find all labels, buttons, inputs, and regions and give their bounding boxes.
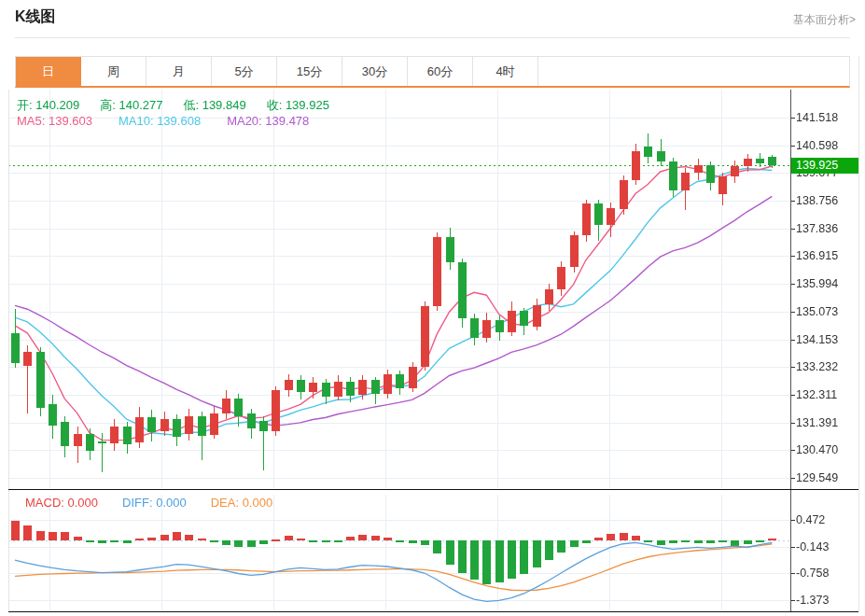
ohlc-legend: 开: 140.209高: 140.277低: 139.849收: 139.925 (17, 97, 350, 114)
ma-legend-item-1: MA10: 139.608 (119, 114, 201, 128)
price-tick-13: 129.549 (796, 471, 838, 484)
price-tick-12: 130.470 (796, 443, 838, 456)
page-title: K线图 (15, 7, 56, 27)
header-divider (15, 37, 850, 38)
price-tick-9: 133.232 (796, 360, 838, 373)
tab-period-7[interactable]: 4时 (473, 57, 538, 86)
price-tick-11: 131.391 (796, 416, 838, 429)
price-tick-10: 132.311 (796, 388, 837, 401)
macd-tick-1: -0.143 (796, 540, 829, 553)
ohlc-legend-item-3: 收: 139.925 (267, 97, 329, 114)
tab-period-0[interactable]: 日 (16, 57, 81, 86)
main-pane-bottom-axis (8, 489, 858, 490)
ma-legend: MA5: 139.603MA10: 139.608MA20: 139.478 (17, 114, 335, 128)
macd-tick-0: 0.472 (796, 513, 825, 526)
price-tick-4: 137.836 (796, 222, 838, 235)
macd-pane-bottom-axis (8, 611, 858, 612)
price-tick-6: 135.994 (796, 277, 838, 290)
price-tick-5: 136.915 (796, 249, 838, 262)
chart-left-border (8, 90, 9, 611)
tab-period-5[interactable]: 30分 (342, 57, 408, 86)
tab-period-6[interactable]: 60分 (408, 57, 473, 86)
macd-legend-item-1: DIFF: 0.000 (122, 496, 187, 510)
tab-period-1[interactable]: 周 (81, 57, 146, 86)
macd-tick-3: -1.373 (796, 594, 829, 607)
chart-right-border (858, 56, 859, 611)
period-tab-bar: 日周月5分15分30分60分4时 (15, 56, 850, 88)
kline-chart-page: K线图 基本面分析> 日周月5分15分30分60分4时 开: 140.209高:… (0, 0, 865, 616)
tab-bar-filler (538, 57, 849, 86)
macd-legend-item-2: DEA: 0.000 (211, 496, 273, 510)
ohlc-legend-item-2: 低: 139.849 (183, 97, 245, 114)
price-tick-7: 135.073 (796, 305, 838, 318)
ma-legend-item-2: MA20: 139.478 (227, 114, 309, 128)
candlestick-chart-canvas[interactable] (0, 0, 865, 616)
macd-legend-item-0: MACD: 0.000 (25, 496, 98, 510)
price-axis-line (790, 90, 791, 611)
macd-tick-2: -0.758 (796, 567, 829, 580)
tab-period-4[interactable]: 15分 (277, 57, 342, 86)
fundamental-analysis-link[interactable]: 基本面分析> (793, 12, 856, 28)
ohlc-legend-item-1: 高: 140.277 (100, 97, 162, 114)
price-tick-8: 134.153 (796, 333, 838, 346)
price-tick-0: 141.518 (796, 111, 838, 124)
current-price-label: 139.925 (791, 158, 858, 174)
price-tick-3: 138.756 (796, 194, 838, 207)
tab-period-3[interactable]: 5分 (212, 57, 277, 86)
tab-period-2[interactable]: 月 (146, 57, 212, 86)
macd-legend: MACD: 0.000DIFF: 0.000DEA: 0.000 (25, 496, 297, 510)
price-tick-1: 140.598 (796, 139, 838, 152)
ma-legend-item-0: MA5: 139.603 (17, 114, 92, 128)
ohlc-legend-item-0: 开: 140.209 (17, 97, 79, 114)
